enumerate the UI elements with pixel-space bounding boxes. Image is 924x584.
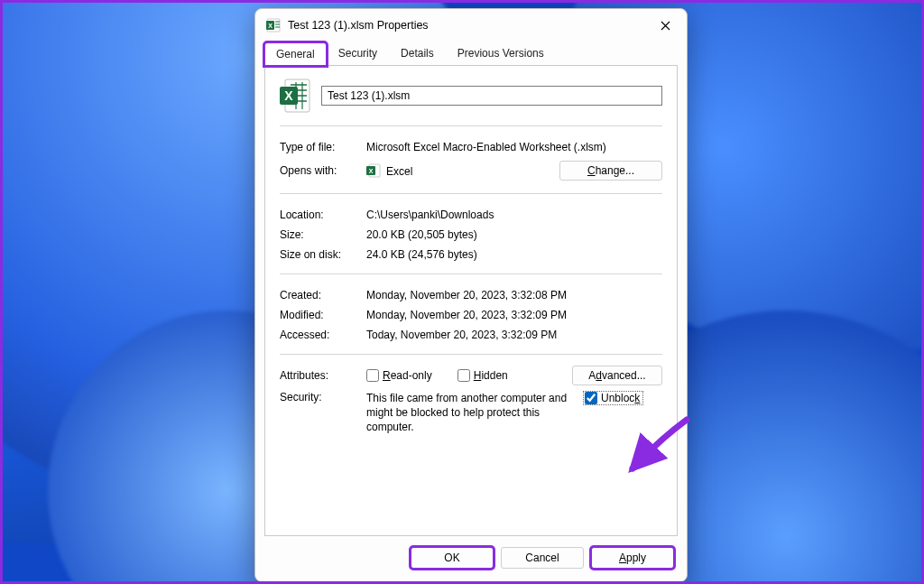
filename-input[interactable] [321,86,662,106]
properties-dialog: X Test 123 (1).xlsm Properties General S… [254,8,688,582]
window-title: Test 123 (1).xlsm Properties [288,19,651,32]
advanced-button[interactable]: Advanced...Advanced... [572,366,662,385]
tab-details[interactable]: Details [389,42,446,65]
svg-text:X: X [284,88,293,103]
size-on-disk-value: 24.0 KB (24,576 bytes) [366,248,662,261]
size-on-disk-row: Size on disk: 24.0 KB (24,576 bytes) [280,245,662,264]
tab-previous-versions[interactable]: Previous Versions [446,42,556,65]
opens-with-row: Opens with: X Excel CChange...hange... [280,157,662,184]
hidden-checkbox[interactable] [457,369,470,382]
security-label: Security: [280,391,366,403]
excel-app-icon: X [366,163,381,178]
change-button[interactable]: CChange...hange... [559,161,662,181]
modified-row: Modified: Monday, November 20, 2023, 3:3… [280,305,662,325]
tab-general[interactable]: General [264,42,327,66]
size-label: Size: [280,228,366,241]
attributes-label: Attributes: [280,369,366,382]
svg-text:X: X [369,168,374,174]
type-of-file-label: Type of file: [280,141,366,153]
apply-button[interactable]: ApplyApply [591,547,674,569]
cancel-button[interactable]: Cancel [501,547,584,569]
ok-button[interactable]: OK [411,547,494,569]
attributes-row: Attributes: RRead-onlyead-only HHiddenid… [280,366,662,385]
unblock-checkbox[interactable] [585,392,597,404]
accessed-value: Today, November 20, 2023, 3:32:09 PM [366,329,662,341]
size-value: 20.0 KB (20,505 bytes) [366,228,662,241]
opens-with-label: Opens with: [280,164,366,177]
location-value: C:\Users\panki\Downloads [366,209,662,221]
opens-with-value: X Excel [366,163,559,178]
size-row: Size: 20.0 KB (20,505 bytes) [280,225,662,245]
file-header-row: X [280,79,662,125]
created-value: Monday, November 20, 2023, 3:32:08 PM [366,289,662,301]
title-bar: X Test 123 (1).xlsm Properties [255,9,687,42]
location-row: Location: C:\Users\panki\Downloads [280,205,662,225]
readonly-checkbox[interactable] [366,369,379,382]
readonly-checkbox-label[interactable]: RRead-onlyead-only [366,369,432,382]
security-row: Security: This file came from another co… [280,385,662,435]
unblock-checkbox-wrap[interactable]: UnblockUnblock [583,391,643,405]
created-row: Created: Monday, November 20, 2023, 3:32… [280,285,662,305]
close-icon [661,21,670,31]
accessed-row: Accessed: Today, November 20, 2023, 3:32… [280,325,662,345]
unblock-label[interactable]: UnblockUnblock [601,392,640,404]
type-of-file-value: Microsoft Excel Macro-Enabled Worksheet … [366,141,662,153]
opens-with-app-name: Excel [386,165,412,178]
modified-label: Modified: [280,309,366,321]
tab-content: X Type of file: Microsoft Excel Macro-En… [264,65,678,536]
svg-text:X: X [268,23,273,29]
type-of-file-row: Type of file: Microsoft Excel Macro-Enab… [280,137,662,157]
created-label: Created: [280,289,366,301]
tab-security[interactable]: Security [327,42,389,65]
hidden-checkbox-label[interactable]: HHiddenidden [457,369,508,382]
close-button[interactable] [651,13,679,38]
excel-file-icon: X [266,18,281,32]
dialog-button-row: OK Cancel ApplyApply [255,536,687,581]
security-text: This file came from another computer and… [366,391,574,435]
modified-value: Monday, November 20, 2023, 3:32:09 PM [366,309,662,321]
tab-strip: General Security Details Previous Versio… [255,42,687,65]
excel-file-icon-large: X [280,79,310,113]
location-label: Location: [280,209,366,221]
size-on-disk-label: Size on disk: [280,248,366,261]
accessed-label: Accessed: [280,329,366,341]
